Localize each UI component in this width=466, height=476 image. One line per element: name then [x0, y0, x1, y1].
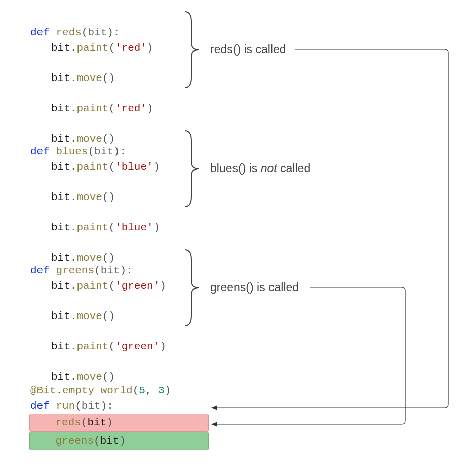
arrow-reds: [212, 49, 448, 408]
diagram-page: def reds(bit): bit.paint('red') bit.move…: [0, 0, 466, 476]
code-block-run: @Bit.empty_world(5, 3) def run(bit): red…: [30, 368, 209, 465]
kw-def: def: [30, 265, 50, 276]
kw-def: def: [30, 146, 50, 157]
fn-name-reds: reds: [56, 27, 81, 38]
anno-blues: blues() is not called: [210, 162, 310, 175]
arrow-greens: [212, 287, 405, 424]
brace-blues-icon: [182, 128, 203, 209]
call-reds-line: reds(bit): [29, 414, 209, 432]
anno-greens: greens() is called: [210, 281, 299, 294]
call-greens-line: greens(bit): [29, 432, 209, 450]
fn-name-run: run: [56, 400, 75, 412]
fn-name-blues: blues: [56, 146, 88, 157]
kw-def: def: [30, 27, 50, 38]
brace-greens-icon: [182, 247, 203, 328]
anno-reds: reds() is called: [210, 43, 286, 56]
fn-name-greens: greens: [56, 265, 94, 276]
brace-reds-icon: [182, 9, 203, 90]
